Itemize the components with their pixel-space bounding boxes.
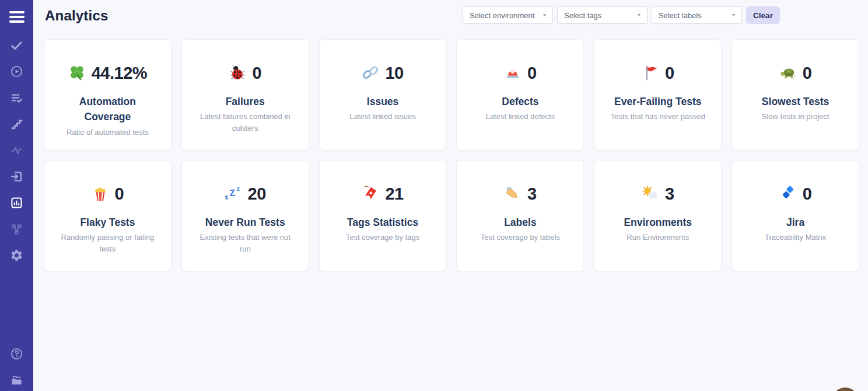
link-icon bbox=[362, 64, 379, 82]
stat-value: 10 bbox=[385, 64, 403, 83]
bar-chart-icon bbox=[10, 196, 23, 212]
sidebar-item-stairs[interactable] bbox=[0, 112, 33, 138]
stat-value: 0 bbox=[665, 64, 674, 83]
stat-card-title: Labels bbox=[465, 215, 575, 230]
stat-card-description: Run Environments bbox=[603, 232, 713, 243]
environment-select-placeholder: Select environment bbox=[470, 11, 534, 20]
hamburger-icon bbox=[9, 11, 24, 13]
stat-value: 3 bbox=[665, 184, 674, 204]
stat-card-description: Traceability Matrix bbox=[740, 232, 850, 243]
tags-select-placeholder: Select tags bbox=[564, 11, 601, 20]
stat-card-title: Defects bbox=[465, 94, 575, 109]
topbar: Analytics Select environment ▼ Select ta… bbox=[44, 0, 859, 35]
stat-card-description: Slow tests in project bbox=[740, 111, 850, 123]
labels-select-placeholder: Select labels bbox=[659, 11, 702, 20]
stat-card-title: Jira bbox=[740, 215, 850, 230]
popcorn-icon bbox=[92, 185, 109, 203]
sidebar-nav-bottom bbox=[0, 342, 33, 391]
stat-card-failures[interactable]: 0 Failures Latest failures combined in c… bbox=[181, 39, 309, 151]
sun-cloud-icon bbox=[642, 185, 659, 203]
play-circle-icon bbox=[10, 65, 23, 81]
stat-card-description: Existing tests that were not run bbox=[190, 232, 300, 255]
stat-card-description: Randomly passing or failing tests bbox=[52, 232, 163, 255]
page-title: Analytics bbox=[45, 8, 108, 24]
stat-value: 21 bbox=[385, 184, 403, 204]
environment-select[interactable]: Select environment ▼ bbox=[463, 6, 553, 24]
sidebar-item-check[interactable] bbox=[0, 33, 33, 60]
hamburger-menu-button[interactable] bbox=[0, 0, 33, 33]
chevron-down-icon: ▼ bbox=[636, 13, 642, 18]
stat-card-automation-coverage[interactable]: 44.12% Automation Coverage Ratio of auto… bbox=[44, 39, 172, 151]
sidebar-item-branch[interactable] bbox=[0, 217, 33, 243]
sidebar-item-list-check[interactable] bbox=[0, 86, 33, 112]
stat-card-description: Latest failures combined in culsters bbox=[190, 111, 300, 134]
stat-card-title: Issues bbox=[328, 94, 438, 109]
stat-card-environments[interactable]: 3 Environments Run Environments bbox=[594, 160, 722, 271]
sidebar-nav bbox=[0, 33, 33, 270]
stat-card-tags-statistics[interactable]: 21 Tags Statistics Test coverage by tags bbox=[319, 160, 447, 271]
stat-card-title: Automation Coverage bbox=[52, 94, 163, 125]
stat-value: 20 bbox=[248, 184, 266, 204]
stat-card-description: Ratio of automated tests bbox=[52, 127, 163, 138]
siren-icon bbox=[504, 64, 522, 82]
stat-value: 0 bbox=[115, 184, 124, 204]
sidebar-item-play-circle[interactable] bbox=[0, 60, 33, 86]
svg-text:z: z bbox=[225, 193, 229, 201]
stats-grid: 44.12% Automation Coverage Ratio of auto… bbox=[44, 39, 859, 271]
chevron-down-icon: ▼ bbox=[542, 13, 547, 18]
stat-card-title: Flaky Tests bbox=[52, 215, 163, 230]
chevron-down-icon: ▼ bbox=[731, 13, 736, 18]
gear-icon bbox=[10, 249, 23, 264]
stat-value: 0 bbox=[527, 64, 537, 83]
stat-value: 3 bbox=[527, 184, 537, 204]
stat-card-jira[interactable]: 0 Jira Traceability Matrix bbox=[732, 160, 859, 271]
stat-card-ever-failing-tests[interactable]: 0 Ever-Failing Tests Tests that has neve… bbox=[594, 39, 722, 151]
sidebar-item-pulse[interactable] bbox=[0, 138, 33, 165]
stat-card-title: Slowest Tests bbox=[740, 94, 850, 109]
ladybug-icon bbox=[229, 64, 246, 82]
sign-in-icon bbox=[10, 170, 23, 186]
sidebar-item-bar-chart[interactable] bbox=[0, 191, 33, 217]
stat-card-title: Failures bbox=[190, 94, 300, 109]
stat-card-description: Test coverage by labels bbox=[465, 232, 575, 243]
stat-card-slowest-tests[interactable]: 0 Slowest Tests Slow tests in project bbox=[732, 39, 859, 151]
stat-value: 0 bbox=[252, 64, 261, 83]
labels-select[interactable]: Select labels ▼ bbox=[652, 6, 742, 24]
list-check-icon bbox=[10, 91, 23, 107]
folders-icon bbox=[10, 373, 23, 389]
check-icon bbox=[10, 39, 23, 54]
stat-card-description: Test coverage by tags bbox=[328, 232, 438, 243]
stat-card-flaky-tests[interactable]: 0 Flaky Tests Randomly passing or failin… bbox=[44, 160, 172, 271]
stat-card-title: Ever-Failing Tests bbox=[603, 94, 713, 109]
svg-text:z: z bbox=[236, 186, 239, 192]
main-content: Analytics Select environment ▼ Select ta… bbox=[33, 0, 868, 391]
stat-card-issues[interactable]: 10 Issues Latest linked issues bbox=[319, 39, 447, 151]
stat-card-description: Latest linked issues bbox=[328, 111, 438, 123]
stat-card-title: Never Run Tests bbox=[190, 215, 300, 230]
help-circle-icon bbox=[10, 347, 23, 363]
turtle-icon bbox=[779, 64, 797, 82]
sidebar-item-folders[interactable] bbox=[0, 368, 33, 391]
filter-bar: Select environment ▼ Select tags ▼ Selec… bbox=[463, 6, 780, 24]
stat-card-title: Environments bbox=[603, 215, 713, 230]
sidebar-item-help-circle[interactable] bbox=[0, 342, 33, 368]
sidebar-item-sign-in[interactable] bbox=[0, 165, 33, 191]
zzz-icon: zZz bbox=[225, 185, 242, 203]
bookmark-icon bbox=[362, 185, 379, 203]
stairs-icon bbox=[10, 117, 23, 133]
sidebar-item-gear[interactable] bbox=[0, 243, 33, 270]
stat-card-description: Tests that has never passed bbox=[603, 111, 713, 123]
stat-card-never-run-tests[interactable]: zZz 20 Never Run Tests Existing tests th… bbox=[181, 160, 309, 271]
tags-select[interactable]: Select tags ▼ bbox=[557, 6, 648, 24]
stat-card-title: Tags Statistics bbox=[328, 215, 438, 230]
stat-card-labels[interactable]: 3 Labels Test coverage by labels bbox=[456, 160, 584, 271]
red-flag-icon bbox=[642, 64, 659, 82]
jira-icon bbox=[779, 185, 797, 203]
stat-card-description: Latest linked defects bbox=[465, 111, 575, 123]
label-tag-icon bbox=[504, 185, 522, 203]
stat-card-defects[interactable]: 0 Defects Latest linked defects bbox=[456, 39, 584, 151]
branch-icon bbox=[10, 222, 23, 238]
stat-value: 44.12% bbox=[92, 64, 147, 83]
svg-text:Z: Z bbox=[229, 187, 236, 198]
clear-filters-button[interactable]: Clear bbox=[746, 6, 780, 24]
